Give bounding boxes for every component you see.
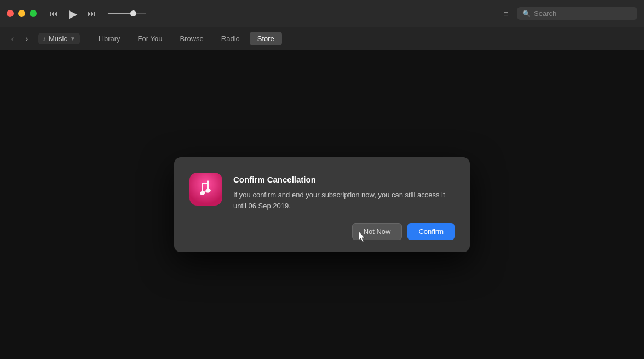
maximize-button[interactable]: [30, 10, 37, 17]
search-bar: 🔍: [517, 7, 637, 20]
confirm-cancellation-dialog: Confirm Cancellation If you confirm and …: [174, 157, 470, 252]
transport-controls: ⏮ ▶ ⏭: [48, 7, 146, 20]
dialog-message: If you confirm and end your subscription…: [233, 190, 455, 211]
nav-arrows: ‹ ›: [7, 33, 33, 45]
volume-slider[interactable]: [108, 13, 146, 14]
music-app-icon: [189, 173, 222, 206]
tab-browse[interactable]: Browse: [172, 32, 211, 45]
section-name-label: Music: [49, 35, 67, 43]
tab-store[interactable]: Store: [250, 32, 282, 45]
navbar: ‹ › ♪ Music ▼ Library For You Browse Rad…: [0, 27, 644, 50]
search-input[interactable]: [534, 9, 632, 18]
nav-back-button[interactable]: ‹: [7, 33, 19, 45]
chevron-down-icon: ▼: [70, 36, 76, 42]
dialog-buttons: Not Now Confirm: [189, 223, 455, 240]
svg-rect-0: [189, 173, 222, 206]
music-note-icon: ♪: [43, 35, 46, 43]
dialog-header: Confirm Cancellation If you confirm and …: [189, 173, 455, 211]
section-selector[interactable]: ♪ Music ▼: [38, 33, 80, 44]
tab-for-you[interactable]: For You: [130, 32, 170, 45]
confirm-button[interactable]: Confirm: [407, 223, 455, 240]
nav-tabs: Library For You Browse Radio Store: [91, 32, 282, 45]
fast-forward-button[interactable]: ⏭: [85, 7, 98, 20]
dialog-text: Confirm Cancellation If you confirm and …: [233, 173, 455, 211]
right-controls: ≡ 🔍: [501, 7, 637, 20]
rewind-button[interactable]: ⏮: [48, 7, 61, 20]
not-now-button[interactable]: Not Now: [352, 223, 403, 240]
minimize-button[interactable]: [18, 10, 25, 17]
main-content: Confirm Cancellation If you confirm and …: [0, 50, 644, 359]
tab-library[interactable]: Library: [91, 32, 128, 45]
play-button[interactable]: ▶: [66, 7, 79, 20]
tab-radio[interactable]: Radio: [214, 32, 248, 45]
dialog-overlay: Confirm Cancellation If you confirm and …: [0, 50, 644, 359]
svg-rect-3: [202, 183, 209, 184]
menu-button[interactable]: ≡: [501, 7, 511, 20]
nav-forward-button[interactable]: ›: [21, 33, 33, 45]
traffic-lights: [7, 10, 37, 17]
titlebar: ⏮ ▶ ⏭ ≡ 🔍: [0, 0, 644, 27]
search-icon: 🔍: [522, 10, 531, 18]
dialog-title: Confirm Cancellation: [233, 175, 455, 184]
close-button[interactable]: [7, 10, 14, 17]
